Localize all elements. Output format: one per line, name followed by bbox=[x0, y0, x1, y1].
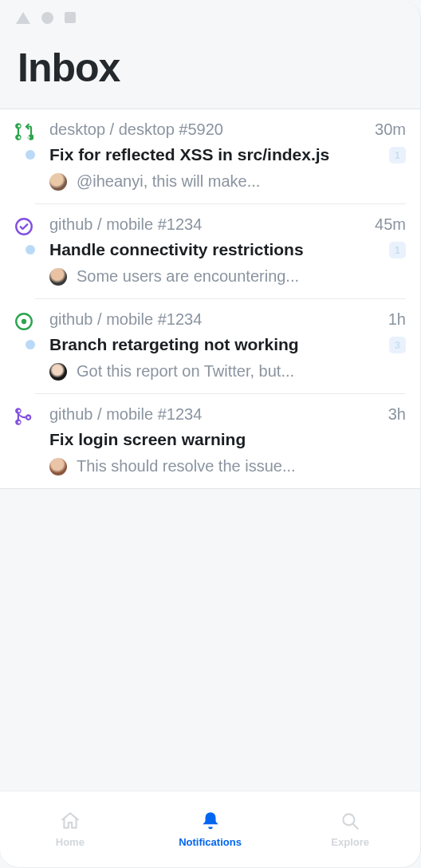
avatar bbox=[49, 268, 67, 286]
window-control-shape bbox=[16, 12, 30, 24]
item-body: github / mobile #1234 1h Branch retarget… bbox=[35, 310, 406, 394]
tab-label: Home bbox=[56, 836, 85, 848]
unread-dot bbox=[26, 150, 35, 160]
count-badge: 1 bbox=[389, 147, 406, 164]
item-body: github / mobile #1234 45m Handle connect… bbox=[35, 215, 406, 299]
item-body: desktop / desktop #5920 30m Fix for refl… bbox=[35, 120, 406, 204]
item-type-icon bbox=[14, 215, 35, 299]
search-icon bbox=[340, 811, 360, 831]
preview-text: This should resolve the issue... bbox=[77, 457, 296, 475]
item-title: Fix for reflected XSS in src/index.js bbox=[49, 145, 383, 164]
timestamp: 45m bbox=[375, 215, 406, 234]
repo-ref: github / mobile #1234 bbox=[49, 405, 202, 424]
window-control-shape bbox=[41, 12, 53, 24]
preview-text: Got this report on Twitter, but... bbox=[77, 362, 294, 381]
item-title: Branch retargeting not working bbox=[49, 335, 383, 354]
issue-open-icon bbox=[14, 312, 33, 331]
svg-line-4 bbox=[353, 823, 358, 828]
timestamp: 30m bbox=[375, 120, 406, 139]
timestamp: 3h bbox=[388, 405, 406, 424]
tab-label: Notifications bbox=[179, 836, 242, 848]
window-control-shape bbox=[65, 12, 76, 23]
item-title: Fix login screen warning bbox=[49, 430, 406, 449]
inbox-item[interactable]: github / mobile #1234 45m Handle connect… bbox=[0, 204, 420, 299]
avatar bbox=[49, 458, 67, 475]
count-badge: 1 bbox=[389, 242, 406, 258]
tab-bar: Home Notifications Explore bbox=[0, 791, 420, 867]
preview-text: Some users are encountering... bbox=[77, 267, 299, 286]
preview-text: @iheanyi, this will make... bbox=[77, 172, 260, 191]
repo-ref: github / mobile #1234 bbox=[49, 310, 202, 329]
git-merge-icon bbox=[14, 407, 33, 426]
svg-point-2 bbox=[22, 319, 26, 324]
unread-dot bbox=[26, 245, 35, 254]
issue-closed-icon bbox=[14, 217, 33, 236]
avatar bbox=[49, 363, 67, 381]
item-type-icon bbox=[14, 405, 35, 488]
inbox-item[interactable]: desktop / desktop #5920 30m Fix for refl… bbox=[0, 109, 420, 204]
repo-ref: github / mobile #1234 bbox=[49, 215, 202, 234]
inbox-item[interactable]: github / mobile #1234 3h Fix login scree… bbox=[0, 394, 420, 488]
item-title: Handle connectivity restrictions bbox=[49, 240, 383, 259]
inbox-item[interactable]: github / mobile #1234 1h Branch retarget… bbox=[0, 299, 420, 394]
item-type-icon bbox=[14, 120, 35, 204]
pull-request-icon bbox=[14, 122, 33, 141]
header: Inbox bbox=[0, 35, 420, 108]
tab-explore[interactable]: Explore bbox=[280, 791, 420, 867]
item-type-icon bbox=[14, 310, 35, 394]
tab-label: Explore bbox=[331, 836, 369, 848]
tab-notifications[interactable]: Notifications bbox=[140, 791, 281, 867]
item-body: github / mobile #1234 3h Fix login scree… bbox=[35, 405, 406, 488]
bell-icon bbox=[200, 811, 221, 831]
tab-home[interactable]: Home bbox=[0, 791, 140, 867]
unread-dot bbox=[26, 340, 35, 349]
timestamp: 1h bbox=[388, 310, 406, 329]
home-icon bbox=[60, 811, 81, 831]
page-title: Inbox bbox=[18, 45, 403, 91]
inbox-list: desktop / desktop #5920 30m Fix for refl… bbox=[0, 108, 420, 489]
avatar bbox=[49, 173, 67, 191]
repo-ref: desktop / desktop #5920 bbox=[49, 120, 223, 139]
titlebar bbox=[0, 0, 420, 35]
count-badge: 3 bbox=[389, 337, 406, 353]
